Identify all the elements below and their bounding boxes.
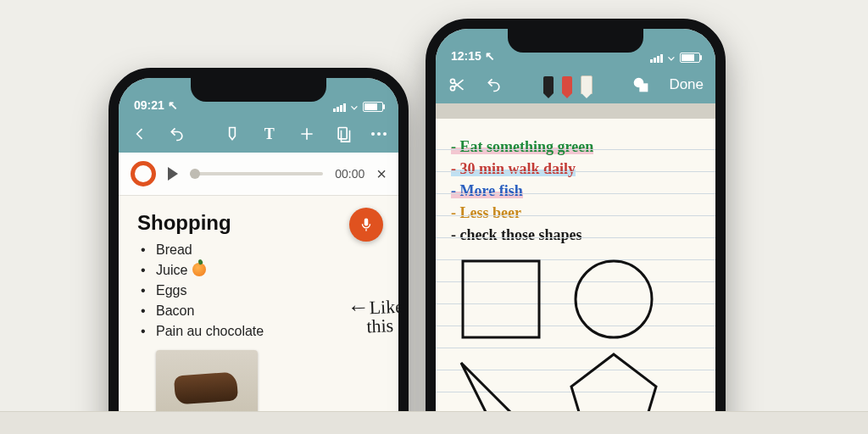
handwritten-list: - Eat something green - 30 min walk dail…	[436, 119, 715, 246]
hand-line: - check those shapes	[451, 224, 700, 246]
svg-rect-4	[641, 84, 648, 91]
list-item: Bread	[137, 240, 380, 260]
undo-button[interactable]	[168, 125, 186, 143]
status-time: 12:15	[451, 49, 481, 63]
audio-recorder: 00:00 ×	[119, 153, 398, 196]
back-button[interactable]	[131, 125, 149, 143]
list-item: Bacon	[137, 301, 380, 321]
eraser[interactable]	[581, 75, 593, 94]
battery-icon	[680, 53, 700, 63]
orange-emoji-icon	[192, 263, 206, 276]
wifi-icon: ⌵	[668, 50, 675, 63]
hand-line: - 30 min walk daily	[451, 158, 576, 180]
list-item: Pain au chocolate	[137, 321, 380, 342]
status-time: 09:21	[134, 98, 164, 112]
text-tool[interactable]: T	[260, 125, 279, 143]
scissors-button[interactable]	[448, 75, 466, 94]
pastry-photo[interactable]	[156, 350, 258, 420]
more-button[interactable]	[371, 132, 387, 136]
close-recorder-button[interactable]: ×	[376, 164, 387, 184]
done-button[interactable]: Done	[669, 76, 704, 93]
list-item: Eggs	[137, 281, 380, 301]
svg-point-1	[451, 79, 455, 83]
shape-circle	[576, 261, 652, 337]
drawn-shapes	[436, 253, 715, 434]
undo-button[interactable]	[485, 75, 504, 94]
note-title: Shopping	[137, 211, 380, 235]
phone-left: 09:21 ↖ ⌵ T 00:00	[108, 68, 409, 434]
scrubber[interactable]	[190, 172, 323, 175]
recorder-time: 00:00	[335, 167, 364, 181]
note-canvas[interactable]: Shopping Bread Juice Eggs Bacon Pain au …	[119, 196, 398, 434]
location-icon: ↖	[168, 98, 178, 112]
svg-point-2	[451, 86, 455, 91]
list-item: Juice	[137, 260, 380, 281]
highlighter-tool[interactable]	[223, 125, 242, 143]
pen-black[interactable]	[543, 76, 554, 93]
battery-icon	[363, 102, 383, 112]
mic-button[interactable]	[349, 208, 383, 242]
pen-tools	[543, 75, 593, 94]
cell-signal-icon	[650, 54, 663, 63]
notch	[508, 29, 643, 53]
wifi-icon: ⌵	[351, 99, 358, 112]
hand-line: - Less beer	[451, 202, 700, 224]
shopping-list: Bread Juice Eggs Bacon Pain au chocolate	[137, 240, 380, 342]
record-button[interactable]	[131, 161, 156, 186]
hand-line: - More fish	[451, 180, 523, 202]
ground-shadow	[0, 412, 868, 434]
drawing-toolbar: Done	[436, 66, 715, 103]
toolbar: T	[119, 115, 398, 153]
cell-signal-icon	[333, 103, 346, 112]
shape-square	[463, 261, 539, 337]
notch	[191, 78, 326, 102]
add-button[interactable]	[298, 125, 316, 143]
phone-right: 12:15 ↖ ⌵ Done	[426, 19, 726, 434]
drawing-canvas[interactable]: - Eat something green - 30 min walk dail…	[436, 103, 715, 434]
screen: 09:21 ↖ ⌵ T 00:00	[119, 78, 398, 434]
play-button[interactable]	[168, 167, 178, 181]
hand-line: - Eat something green	[451, 136, 593, 158]
svg-rect-0	[338, 128, 347, 139]
pen-red[interactable]	[562, 76, 572, 93]
handwriting-note: ←Like this	[347, 297, 398, 337]
screen: 12:15 ↖ ⌵ Done	[436, 29, 715, 434]
location-icon: ↖	[485, 49, 495, 63]
pages-button[interactable]	[334, 125, 353, 143]
shapes-tool[interactable]	[632, 75, 650, 94]
